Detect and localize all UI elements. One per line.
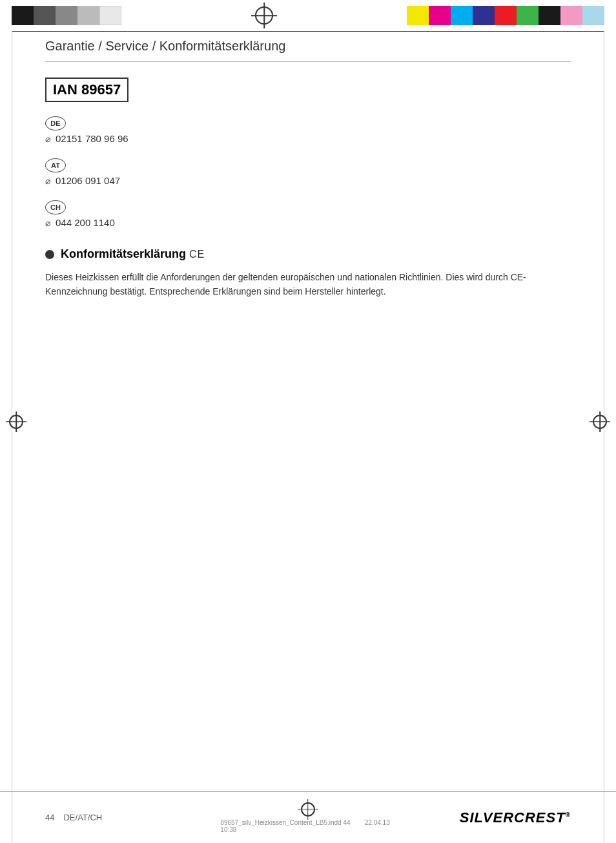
filename-label: 89657_silv_Heizkissen_Content_LB5.indd 4… (220, 819, 395, 833)
color-block-blue (473, 6, 495, 25)
phone-line-de: ⌀ 02151 780 96 96 (45, 133, 571, 144)
conformity-text: Dieses Heizkissen erfüllt die Anforderun… (45, 270, 571, 299)
color-blocks-right (407, 0, 604, 31)
page-title: Garantie / Service / Konformitätserkläru… (45, 39, 571, 62)
color-block-yellow (407, 6, 429, 25)
color-block-white (99, 6, 121, 25)
color-block-cyan (451, 6, 473, 25)
color-block-black (12, 6, 34, 25)
phone-number-de: 02151 780 96 96 (56, 133, 128, 144)
phone-icon-at: ⌀ (45, 176, 50, 186)
conformity-section: Konformitätserklärung CE Dieses Heizkiss… (45, 247, 571, 299)
bullet-icon (45, 250, 54, 259)
phone-number-ch: 044 200 1140 (56, 217, 115, 228)
conformity-heading-text: Konformitätserklärung (61, 247, 186, 260)
phone-line-at: ⌀ 01206 091 047 (45, 175, 571, 186)
brand-name-text: SILVERCREST (460, 809, 566, 826)
brand-name: SILVERCREST® (460, 809, 571, 826)
page-number: 44 (45, 813, 54, 822)
phone-icon-ch: ⌀ (45, 218, 50, 228)
color-block-pink (560, 6, 582, 25)
ce-mark: CE (189, 249, 205, 260)
registered-symbol: ® (566, 811, 571, 818)
top-bar (0, 0, 616, 31)
bottom-bar: 44 DE/AT/CH 89657_silv_Heizkissen_Conten… (0, 791, 616, 843)
color-block-gray (56, 6, 77, 25)
color-block-magenta (429, 6, 451, 25)
country-badge-at: AT (45, 158, 66, 172)
bottom-center: 89657_silv_Heizkissen_Content_LB5.indd 4… (220, 802, 395, 833)
color-block-lightblue (582, 6, 604, 25)
country-section-at: AT ⌀ 01206 091 047 (45, 158, 571, 186)
left-crosshair (9, 415, 23, 429)
left-rule (12, 31, 12, 843)
color-block-lightgray (77, 6, 99, 25)
right-crosshair (593, 415, 607, 429)
phone-number-at: 01206 091 047 (56, 175, 120, 186)
top-crosshair-icon (255, 6, 273, 25)
conformity-title-row: Konformitätserklärung CE (45, 247, 571, 261)
ian-label: IAN 89657 (53, 81, 121, 98)
color-block-darkgray (34, 6, 56, 25)
bottom-right: SILVERCREST® (396, 809, 616, 826)
locale-label: DE/AT/CH (63, 813, 102, 822)
conformity-heading: Konformitätserklärung CE (61, 247, 205, 261)
main-content: Garantie / Service / Konformitätserkläru… (45, 39, 571, 791)
country-section-de: DE ⌀ 02151 780 96 96 (45, 116, 571, 144)
phone-line-ch: ⌀ 044 200 1140 (45, 217, 571, 228)
ian-box: IAN 89657 (45, 78, 128, 102)
phone-icon-de: ⌀ (45, 134, 50, 144)
color-blocks-left (12, 0, 121, 31)
country-badge-de: DE (45, 116, 66, 130)
filename-text: 89657_silv_Heizkissen_Content_LB5.indd 4… (220, 819, 350, 826)
bottom-left: 44 DE/AT/CH (0, 813, 220, 822)
country-badge-ch: CH (45, 200, 66, 214)
right-rule (604, 31, 604, 843)
color-block-green (517, 6, 539, 25)
country-section-ch: CH ⌀ 044 200 1140 (45, 200, 571, 228)
top-rule (12, 31, 604, 32)
top-center-crosshair (121, 0, 407, 31)
color-block-black2 (539, 6, 560, 25)
color-block-red (495, 6, 517, 25)
